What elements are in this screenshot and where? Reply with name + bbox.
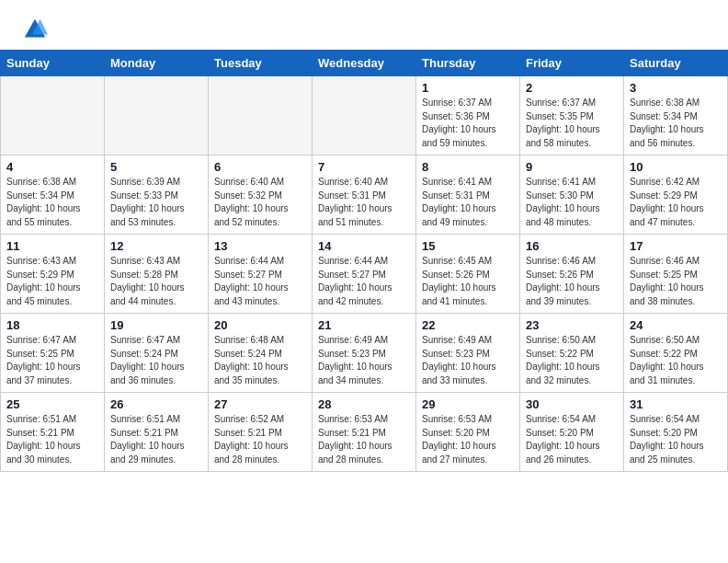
day-info: Sunrise: 6:42 AM Sunset: 5:29 PM Dayligh…: [630, 176, 722, 229]
day-of-week-header: Wednesday: [313, 51, 416, 76]
day-number: 23: [526, 318, 618, 332]
day-info: Sunrise: 6:52 AM Sunset: 5:21 PM Dayligh…: [214, 413, 306, 466]
day-info: Sunrise: 6:37 AM Sunset: 5:35 PM Dayligh…: [526, 97, 618, 150]
calendar-cell: 2Sunrise: 6:37 AM Sunset: 5:35 PM Daylig…: [520, 76, 624, 155]
day-number: 29: [422, 397, 514, 411]
day-number: 25: [6, 397, 98, 411]
calendar-cell: 29Sunrise: 6:53 AM Sunset: 5:20 PM Dayli…: [416, 393, 520, 472]
day-info: Sunrise: 6:49 AM Sunset: 5:23 PM Dayligh…: [422, 334, 514, 387]
calendar-cell: 15Sunrise: 6:45 AM Sunset: 5:26 PM Dayli…: [416, 235, 520, 314]
day-number: 21: [318, 318, 410, 332]
calendar-cell: 19Sunrise: 6:47 AM Sunset: 5:24 PM Dayli…: [105, 314, 209, 393]
day-number: 27: [214, 397, 306, 411]
calendar-cell: 4Sunrise: 6:38 AM Sunset: 5:34 PM Daylig…: [1, 155, 105, 235]
day-of-week-header: Tuesday: [209, 51, 313, 76]
day-of-week-header: Friday: [520, 51, 624, 76]
day-number: 17: [630, 239, 722, 253]
logo-icon: [22, 17, 48, 42]
day-number: 15: [422, 239, 514, 253]
day-info: Sunrise: 6:47 AM Sunset: 5:25 PM Dayligh…: [6, 334, 98, 387]
calendar-cell: 23Sunrise: 6:50 AM Sunset: 5:22 PM Dayli…: [520, 314, 624, 393]
day-info: Sunrise: 6:53 AM Sunset: 5:21 PM Dayligh…: [318, 413, 410, 466]
calendar-week-row: 4Sunrise: 6:38 AM Sunset: 5:34 PM Daylig…: [1, 155, 728, 235]
day-number: 22: [422, 318, 514, 332]
day-info: Sunrise: 6:51 AM Sunset: 5:21 PM Dayligh…: [110, 413, 202, 466]
day-number: 19: [110, 318, 202, 332]
day-of-week-header: Monday: [105, 51, 209, 76]
day-info: Sunrise: 6:41 AM Sunset: 5:30 PM Dayligh…: [526, 176, 618, 229]
calendar-cell: 24Sunrise: 6:50 AM Sunset: 5:22 PM Dayli…: [624, 314, 728, 393]
day-number: 26: [110, 397, 202, 411]
day-info: Sunrise: 6:48 AM Sunset: 5:24 PM Dayligh…: [214, 334, 306, 387]
day-number: 12: [110, 239, 202, 253]
header: [0, 0, 728, 50]
calendar-week-row: 25Sunrise: 6:51 AM Sunset: 5:21 PM Dayli…: [1, 393, 728, 472]
calendar-cell: 6Sunrise: 6:40 AM Sunset: 5:32 PM Daylig…: [209, 155, 313, 235]
day-number: 9: [526, 160, 618, 174]
calendar-cell: 26Sunrise: 6:51 AM Sunset: 5:21 PM Dayli…: [105, 393, 209, 472]
calendar-table: SundayMondayTuesdayWednesdayThursdayFrid…: [0, 50, 728, 472]
day-number: 13: [214, 239, 306, 253]
day-info: Sunrise: 6:44 AM Sunset: 5:27 PM Dayligh…: [214, 255, 306, 308]
day-number: 28: [318, 397, 410, 411]
calendar-cell: 5Sunrise: 6:39 AM Sunset: 5:33 PM Daylig…: [105, 155, 209, 235]
calendar-cell: [1, 76, 105, 155]
day-info: Sunrise: 6:46 AM Sunset: 5:25 PM Dayligh…: [630, 255, 722, 308]
day-info: Sunrise: 6:49 AM Sunset: 5:23 PM Dayligh…: [318, 334, 410, 387]
day-number: 30: [526, 397, 618, 411]
day-info: Sunrise: 6:39 AM Sunset: 5:33 PM Dayligh…: [110, 176, 202, 229]
day-info: Sunrise: 6:47 AM Sunset: 5:24 PM Dayligh…: [110, 334, 202, 387]
calendar-cell: 22Sunrise: 6:49 AM Sunset: 5:23 PM Dayli…: [416, 314, 520, 393]
day-info: Sunrise: 6:53 AM Sunset: 5:20 PM Dayligh…: [422, 413, 514, 466]
day-info: Sunrise: 6:50 AM Sunset: 5:22 PM Dayligh…: [630, 334, 722, 387]
calendar-cell: 16Sunrise: 6:46 AM Sunset: 5:26 PM Dayli…: [520, 235, 624, 314]
logo: [22, 17, 51, 42]
calendar-cell: 25Sunrise: 6:51 AM Sunset: 5:21 PM Dayli…: [1, 393, 105, 472]
calendar-cell: 21Sunrise: 6:49 AM Sunset: 5:23 PM Dayli…: [313, 314, 416, 393]
day-info: Sunrise: 6:37 AM Sunset: 5:36 PM Dayligh…: [422, 97, 514, 150]
day-number: 1: [422, 81, 514, 95]
day-info: Sunrise: 6:50 AM Sunset: 5:22 PM Dayligh…: [526, 334, 618, 387]
calendar-cell: 14Sunrise: 6:44 AM Sunset: 5:27 PM Dayli…: [313, 235, 416, 314]
calendar-week-row: 11Sunrise: 6:43 AM Sunset: 5:29 PM Dayli…: [1, 235, 728, 314]
day-number: 2: [526, 81, 618, 95]
calendar-cell: 30Sunrise: 6:54 AM Sunset: 5:20 PM Dayli…: [520, 393, 624, 472]
calendar-cell: [209, 76, 313, 155]
day-number: 3: [630, 81, 722, 95]
day-info: Sunrise: 6:43 AM Sunset: 5:29 PM Dayligh…: [6, 255, 98, 308]
calendar-cell: 9Sunrise: 6:41 AM Sunset: 5:30 PM Daylig…: [520, 155, 624, 235]
day-info: Sunrise: 6:38 AM Sunset: 5:34 PM Dayligh…: [6, 176, 98, 229]
day-of-week-header: Thursday: [416, 51, 520, 76]
calendar-cell: 13Sunrise: 6:44 AM Sunset: 5:27 PM Dayli…: [209, 235, 313, 314]
day-number: 18: [6, 318, 98, 332]
calendar-cell: 10Sunrise: 6:42 AM Sunset: 5:29 PM Dayli…: [624, 155, 728, 235]
calendar-cell: 8Sunrise: 6:41 AM Sunset: 5:31 PM Daylig…: [416, 155, 520, 235]
calendar-cell: 20Sunrise: 6:48 AM Sunset: 5:24 PM Dayli…: [209, 314, 313, 393]
day-info: Sunrise: 6:41 AM Sunset: 5:31 PM Dayligh…: [422, 176, 514, 229]
day-number: 14: [318, 239, 410, 253]
day-info: Sunrise: 6:45 AM Sunset: 5:26 PM Dayligh…: [422, 255, 514, 308]
day-info: Sunrise: 6:54 AM Sunset: 5:20 PM Dayligh…: [526, 413, 618, 466]
calendar-cell: 3Sunrise: 6:38 AM Sunset: 5:34 PM Daylig…: [624, 76, 728, 155]
day-number: 16: [526, 239, 618, 253]
calendar-cell: 7Sunrise: 6:40 AM Sunset: 5:31 PM Daylig…: [313, 155, 416, 235]
calendar-cell: 17Sunrise: 6:46 AM Sunset: 5:25 PM Dayli…: [624, 235, 728, 314]
calendar-cell: 27Sunrise: 6:52 AM Sunset: 5:21 PM Dayli…: [209, 393, 313, 472]
calendar-cell: 31Sunrise: 6:54 AM Sunset: 5:20 PM Dayli…: [624, 393, 728, 472]
calendar-header-row: SundayMondayTuesdayWednesdayThursdayFrid…: [1, 51, 728, 76]
day-info: Sunrise: 6:43 AM Sunset: 5:28 PM Dayligh…: [110, 255, 202, 308]
day-number: 20: [214, 318, 306, 332]
day-number: 10: [630, 160, 722, 174]
day-number: 6: [214, 160, 306, 174]
day-of-week-header: Sunday: [1, 51, 105, 76]
calendar-week-row: 1Sunrise: 6:37 AM Sunset: 5:36 PM Daylig…: [1, 76, 728, 155]
calendar-cell: 1Sunrise: 6:37 AM Sunset: 5:36 PM Daylig…: [416, 76, 520, 155]
day-number: 7: [318, 160, 410, 174]
calendar-cell: 11Sunrise: 6:43 AM Sunset: 5:29 PM Dayli…: [1, 235, 105, 314]
day-number: 24: [630, 318, 722, 332]
day-number: 5: [110, 160, 202, 174]
day-info: Sunrise: 6:46 AM Sunset: 5:26 PM Dayligh…: [526, 255, 618, 308]
calendar-week-row: 18Sunrise: 6:47 AM Sunset: 5:25 PM Dayli…: [1, 314, 728, 393]
day-of-week-header: Saturday: [624, 51, 728, 76]
day-info: Sunrise: 6:40 AM Sunset: 5:31 PM Dayligh…: [318, 176, 410, 229]
